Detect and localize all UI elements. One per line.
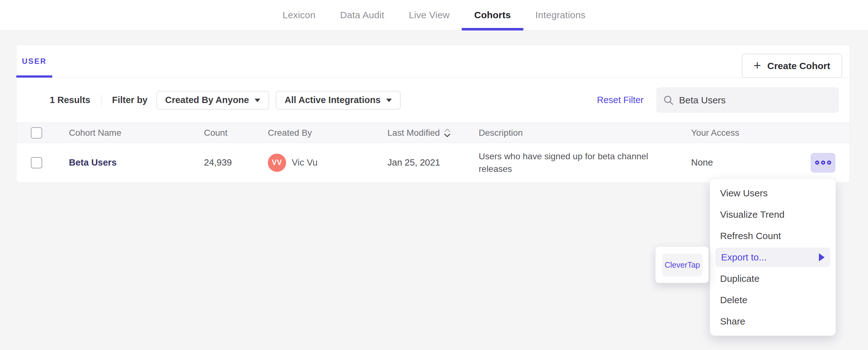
- tab-integrations[interactable]: Integrations: [535, 0, 585, 31]
- last-modified-date: Jan 25, 2021: [388, 158, 479, 168]
- filter-bar: 1 Results Filter by Created By Anyone Al…: [17, 78, 850, 123]
- menu-item-duplicate[interactable]: Duplicate: [710, 268, 836, 289]
- create-cohort-label: Create Cohort: [767, 61, 830, 71]
- header-created-by: Created By: [268, 128, 388, 138]
- menu-item-export-to[interactable]: Export to...: [715, 248, 830, 267]
- create-cohort-button[interactable]: + Create Cohort: [742, 54, 842, 78]
- search-box[interactable]: [656, 88, 839, 113]
- filter-by-label: Filter by: [112, 95, 148, 105]
- ellipsis-icon: [827, 161, 831, 165]
- filter-divider: [101, 95, 101, 106]
- results-count: 1 Results: [50, 95, 90, 105]
- row-context-menu: View Users Visualize Trend Refresh Count…: [710, 178, 836, 336]
- tab-integrations-label: Integrations: [535, 10, 585, 21]
- table-row: Beta Users 24,939 VV Vic Vu Jan 25, 2021…: [17, 143, 850, 182]
- created-by-name: Vic Vu: [292, 158, 317, 168]
- tab-live-view[interactable]: Live View: [409, 0, 450, 31]
- table-header-row: Cohort Name Count Created By Last Modifi…: [17, 123, 850, 143]
- top-navigation: Lexicon Data Audit Live View Cohorts Int…: [0, 0, 868, 31]
- created-by-dropdown[interactable]: Created By Anyone: [156, 91, 269, 110]
- your-access-value: None: [691, 158, 811, 168]
- cohort-name-link[interactable]: Beta Users: [69, 158, 117, 168]
- header-your-access: Your Access: [691, 128, 811, 138]
- menu-item-export-to-label: Export to...: [721, 252, 767, 262]
- active-integrations-dropdown[interactable]: All Active Integrations: [276, 91, 401, 110]
- tab-lexicon[interactable]: Lexicon: [283, 0, 316, 31]
- tab-user-cohorts-label: USER: [22, 57, 47, 66]
- tab-cohorts[interactable]: Cohorts: [474, 0, 511, 31]
- chevron-down-icon: [255, 99, 260, 102]
- row-actions-button[interactable]: [811, 153, 835, 173]
- sort-icon[interactable]: [443, 128, 451, 138]
- cohorts-card: USER + Create Cohort 1 Results Filter by…: [16, 45, 850, 183]
- tab-live-view-label: Live View: [409, 10, 450, 21]
- search-input[interactable]: [679, 95, 832, 106]
- cohort-count: 24,939: [204, 158, 268, 168]
- tab-lexicon-label: Lexicon: [283, 10, 316, 21]
- menu-item-delete[interactable]: Delete: [710, 289, 836, 311]
- select-all-checkbox[interactable]: [31, 127, 42, 139]
- menu-item-share[interactable]: Share: [710, 311, 836, 332]
- created-by-dropdown-value: Created By Anyone: [165, 95, 249, 105]
- tab-data-audit[interactable]: Data Audit: [340, 0, 384, 31]
- search-icon: [663, 94, 674, 106]
- chevron-down-icon: [386, 99, 392, 102]
- submenu-arrow-icon: [819, 253, 825, 261]
- tab-cohorts-label: Cohorts: [474, 10, 511, 21]
- row-checkbox[interactable]: [31, 157, 42, 168]
- user-tab-underline: [17, 75, 52, 78]
- avatar: VV: [268, 154, 286, 172]
- cohort-type-tabstrip: USER + Create Cohort: [17, 45, 850, 78]
- ellipsis-icon: [815, 161, 819, 165]
- tab-data-audit-label: Data Audit: [340, 10, 384, 21]
- plus-icon: +: [754, 59, 761, 72]
- export-submenu: CleverTap: [655, 246, 709, 283]
- ellipsis-icon: [821, 161, 825, 165]
- menu-item-refresh-count[interactable]: Refresh Count: [710, 225, 836, 247]
- menu-item-visualize-trend[interactable]: Visualize Trend: [710, 204, 836, 225]
- submenu-item-clevertap[interactable]: CleverTap: [662, 253, 703, 277]
- header-last-modified: Last Modified: [388, 128, 440, 138]
- active-tab-underline: [462, 28, 523, 31]
- reset-filter-link[interactable]: Reset Filter: [597, 95, 644, 105]
- tab-user-cohorts[interactable]: USER: [17, 45, 52, 78]
- header-count: Count: [204, 128, 268, 138]
- header-cohort-name: Cohort Name: [69, 128, 204, 138]
- cohort-description: Users who have signed up for beta channe…: [479, 150, 650, 175]
- header-description: Description: [479, 128, 691, 138]
- active-integrations-dropdown-value: All Active Integrations: [284, 95, 380, 105]
- menu-item-view-users[interactable]: View Users: [710, 182, 836, 204]
